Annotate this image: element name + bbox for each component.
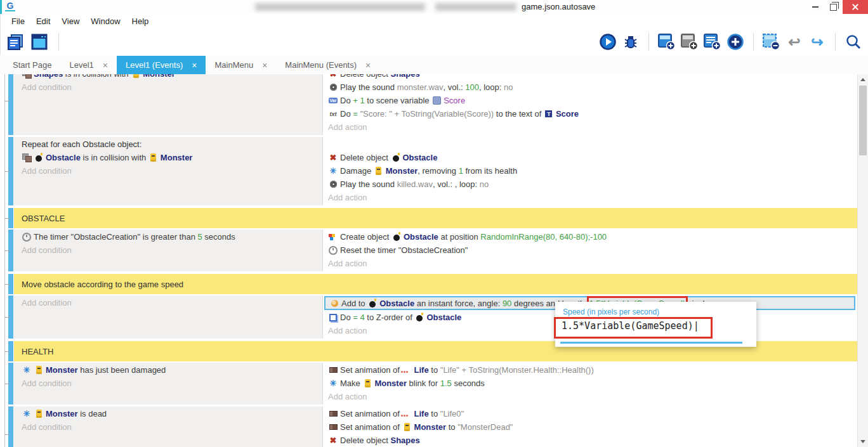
text-segment: Damage (340, 166, 374, 176)
scrollbar-thumb[interactable] (859, 86, 867, 155)
condition-line[interactable]: The timer "ObstacleCreation" is greater … (22, 230, 322, 243)
collision-icon (22, 74, 32, 79)
menu-help[interactable]: Help (126, 16, 155, 26)
action-line[interactable]: Make Monster blink for 1.5 seconds (328, 377, 857, 390)
play-icon[interactable] (598, 32, 617, 51)
redo-icon[interactable]: ↪ (808, 32, 827, 51)
tab-label: MainMenu (214, 60, 253, 70)
action-line[interactable]: Play the sound monster.wav, vol.: 100, l… (328, 81, 857, 94)
close-icon[interactable]: × (103, 60, 108, 70)
add-condition-button[interactable]: Add condition (22, 164, 322, 178)
annotation-red-box (554, 317, 713, 339)
text-segment: to scene variable (365, 96, 432, 105)
tab-label: Level1 (Events) (126, 60, 183, 70)
condition-line[interactable]: Shapes is in collision with Monster (22, 74, 322, 81)
add-event-icon[interactable] (657, 32, 676, 51)
tab-label: Level1 (69, 60, 93, 70)
search-icon[interactable] (844, 32, 863, 51)
close-icon[interactable]: × (365, 60, 371, 70)
event-row: The timer "ObstacleCreation" is greater … (14, 230, 857, 271)
add-condition-button[interactable]: Add condition (22, 377, 322, 390)
add-subevent-icon[interactable] (680, 32, 699, 51)
text-segment: 5 (198, 232, 202, 242)
conditions-panel: The timer "ObstacleCreation" is greater … (14, 230, 322, 271)
tab-level1-events[interactable]: Level1 (Events) × (117, 56, 206, 74)
text-segment: Play the sound (340, 82, 397, 92)
text-segment: is in collision with (63, 74, 131, 79)
add-condition-button[interactable]: Add condition (22, 81, 322, 94)
close-icon[interactable]: × (192, 60, 197, 70)
conditions-panel: Repeat for each Obstacle object: Obstacl… (14, 137, 322, 205)
add-comment-icon[interactable] (703, 32, 722, 51)
close-button[interactable] (843, 0, 868, 14)
text-segment: Monster (143, 74, 175, 79)
minimize-button[interactable] (806, 0, 824, 14)
add-action-button[interactable]: Add action (328, 191, 857, 204)
repeat-header[interactable]: Repeat for each Obstacle object: (22, 138, 322, 151)
add-condition-button[interactable]: Add condition (22, 243, 322, 257)
action-line[interactable]: Delete object Shapes (328, 434, 857, 447)
text-segment: Do (340, 313, 353, 322)
damage-icon (22, 365, 32, 375)
tab-level1[interactable]: Level1 × (60, 56, 117, 74)
text-segment: is dead (78, 409, 107, 418)
add-action-button[interactable]: Add action (328, 120, 857, 134)
action-line[interactable]: Play the sound killed.wav, vol.: , loop:… (328, 178, 857, 191)
text-segment: = (353, 109, 360, 119)
text-segment: 100 (465, 82, 479, 92)
bomb-icon (391, 153, 401, 162)
tab-mainmenu-events[interactable]: MainMenu (Events) × (276, 56, 379, 74)
add-condition-button[interactable]: Add condition (22, 296, 322, 309)
menu-window[interactable]: Window (85, 16, 126, 26)
event-tree-line (4, 74, 5, 447)
vertical-scrollbar[interactable] (857, 74, 868, 447)
text-segment: Obstacle (46, 153, 81, 162)
menu-edit[interactable]: Edit (30, 16, 56, 26)
scroll-down-icon[interactable] (858, 437, 868, 446)
condition-line[interactable]: Monster has just been damaged (22, 363, 322, 377)
remove-event-icon[interactable] (762, 32, 781, 51)
action-line[interactable]: Set animation of Life to "Life" + ToStri… (328, 363, 857, 377)
text-segment: is in collision with (81, 153, 148, 162)
action-line[interactable]: Delete object Obstacle (328, 151, 857, 164)
action-line[interactable]: Set animation of Life to "Life0" (328, 407, 857, 420)
action-line[interactable]: Damage Monster, removing 1 from its heal… (328, 164, 857, 178)
close-icon[interactable]: × (262, 60, 267, 70)
timer-icon (328, 245, 338, 255)
action-line[interactable]: Reset the timer "ObstacleCreation" (328, 243, 857, 257)
add-circle-icon[interactable] (726, 32, 745, 51)
expression-field-label: Speed (in pixels per second) (563, 308, 659, 316)
bomb-icon (367, 299, 378, 308)
tab-start-page[interactable]: Start Page (4, 56, 60, 74)
scene-editor-icon[interactable] (30, 32, 49, 51)
add-action-button[interactable]: Add action (328, 257, 857, 270)
damage-icon (328, 379, 338, 388)
action-line[interactable]: Do = "Score: " + ToString(Variable(Score… (328, 107, 857, 120)
text-segment: Shapes (34, 74, 63, 79)
animation-icon (328, 365, 338, 375)
toolbar-separator (648, 33, 649, 51)
debug-icon[interactable] (621, 32, 640, 51)
group-header-move-obstacle[interactable]: Move obstacle according to the game spee… (14, 274, 857, 294)
action-line[interactable]: Do + 1 to scene variable Score (328, 94, 857, 107)
action-line[interactable]: Create object Obstacle at position Rando… (328, 230, 857, 243)
tab-mainmenu[interactable]: MainMenu × (206, 56, 276, 74)
menu-file[interactable]: File (6, 16, 30, 26)
conditions-panel: Monster has just been damaged Add condit… (14, 363, 322, 405)
add-action-button[interactable]: Add action (328, 390, 857, 403)
condition-line[interactable]: Monster is dead (22, 407, 322, 420)
monster-icon (362, 379, 372, 388)
menu-view[interactable]: View (56, 16, 85, 26)
project-manager-icon[interactable] (6, 32, 25, 51)
maximize-button[interactable] (824, 0, 843, 14)
action-line[interactable]: Set animation of Monster to "MonsterDead… (328, 420, 857, 434)
action-line[interactable]: Delete object Shapes (328, 74, 857, 81)
text-segment: + 1 (353, 96, 364, 105)
group-header-obstacle[interactable]: OBSTACLE (14, 208, 857, 228)
scroll-up-icon[interactable] (858, 75, 868, 84)
condition-line[interactable]: Obstacle is in collision with Monster (22, 151, 322, 164)
undo-icon[interactable]: ↩ (785, 32, 804, 51)
create-icon (328, 232, 338, 242)
add-condition-button[interactable]: Add condition (22, 420, 322, 434)
force-icon (329, 299, 339, 308)
